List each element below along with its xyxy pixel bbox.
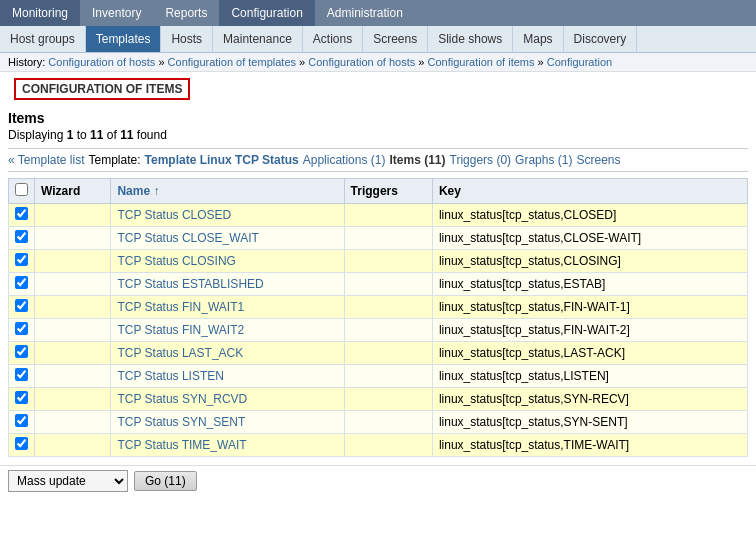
table-row: TCP Status CLOSEDlinux_status[tcp_status… bbox=[9, 204, 748, 227]
row-checkbox[interactable] bbox=[15, 345, 28, 358]
breadcrumb-link-3[interactable]: Configuration of hosts bbox=[308, 56, 415, 68]
go-button[interactable]: Go (11) bbox=[134, 471, 197, 491]
row-name: TCP Status TIME_WAIT bbox=[111, 434, 344, 457]
row-name: TCP Status CLOSE_WAIT bbox=[111, 227, 344, 250]
nav-hostgroups[interactable]: Host groups bbox=[0, 26, 86, 52]
triggers-link[interactable]: Triggers (0) bbox=[450, 153, 512, 167]
row-name: TCP Status SYN_SENT bbox=[111, 411, 344, 434]
table-row: TCP Status CLOSINGlinux_status[tcp_statu… bbox=[9, 250, 748, 273]
row-name-link[interactable]: TCP Status FIN_WAIT1 bbox=[117, 300, 244, 314]
nav-templates[interactable]: Templates bbox=[86, 26, 162, 52]
row-checkbox[interactable] bbox=[15, 391, 28, 404]
row-key: linux_status[tcp_status,CLOSED] bbox=[432, 204, 747, 227]
template-name-link[interactable]: Template Linux TCP Status bbox=[145, 153, 299, 167]
row-name-link[interactable]: TCP Status FIN_WAIT2 bbox=[117, 323, 244, 337]
row-name: TCP Status LISTEN bbox=[111, 365, 344, 388]
nav-configuration[interactable]: Configuration bbox=[219, 0, 314, 26]
row-checkbox[interactable] bbox=[15, 230, 28, 243]
row-name-link[interactable]: TCP Status ESTABLISHED bbox=[117, 277, 263, 291]
row-checkbox[interactable] bbox=[15, 437, 28, 450]
row-checkbox[interactable] bbox=[15, 299, 28, 312]
breadcrumb-link-2[interactable]: Configuration of templates bbox=[168, 56, 296, 68]
nav-screens[interactable]: Screens bbox=[363, 26, 428, 52]
row-name-link[interactable]: TCP Status TIME_WAIT bbox=[117, 438, 246, 452]
nav-actions[interactable]: Actions bbox=[303, 26, 363, 52]
nav-reports[interactable]: Reports bbox=[153, 0, 219, 26]
row-name: TCP Status ESTABLISHED bbox=[111, 273, 344, 296]
screens-link[interactable]: Screens bbox=[576, 153, 620, 167]
row-key: linux_status[tcp_status,CLOSE-WAIT] bbox=[432, 227, 747, 250]
row-name: TCP Status FIN_WAIT2 bbox=[111, 319, 344, 342]
nav-discovery[interactable]: Discovery bbox=[564, 26, 638, 52]
row-checkbox[interactable] bbox=[15, 207, 28, 220]
graphs-link[interactable]: Graphs (1) bbox=[515, 153, 572, 167]
th-name: Name ↑ bbox=[111, 179, 344, 204]
th-triggers: Triggers bbox=[344, 179, 432, 204]
row-key: linux_status[tcp_status,TIME-WAIT] bbox=[432, 434, 747, 457]
row-checkbox[interactable] bbox=[15, 276, 28, 289]
applications-link[interactable]: Applications (1) bbox=[303, 153, 386, 167]
breadcrumb-link-5[interactable]: Configuration bbox=[547, 56, 612, 68]
row-checkbox[interactable] bbox=[15, 253, 28, 266]
row-checkbox[interactable] bbox=[15, 414, 28, 427]
row-key: linux_status[tcp_status,CLOSING] bbox=[432, 250, 747, 273]
breadcrumb-link-1[interactable]: Configuration of hosts bbox=[48, 56, 155, 68]
row-triggers bbox=[344, 250, 432, 273]
nav-hosts[interactable]: Hosts bbox=[161, 26, 213, 52]
th-checkbox bbox=[9, 179, 35, 204]
th-name-sort[interactable]: Name ↑ bbox=[117, 184, 159, 198]
main-content: Items Displaying 1 to 11 of 11 found « T… bbox=[0, 106, 756, 461]
row-checkbox[interactable] bbox=[15, 368, 28, 381]
row-name-link[interactable]: TCP Status CLOSED bbox=[117, 208, 231, 222]
breadcrumb: History: Configuration of hosts » Config… bbox=[0, 53, 756, 72]
row-key: linux_status[tcp_status,LAST-ACK] bbox=[432, 342, 747, 365]
row-name-link[interactable]: TCP Status CLOSE_WAIT bbox=[117, 231, 258, 245]
template-navigation: « Template list Template: Template Linux… bbox=[8, 148, 748, 172]
second-navigation: Host groups Templates Hosts Maintenance … bbox=[0, 26, 756, 53]
row-key: linux_status[tcp_status,FIN-WAIT-1] bbox=[432, 296, 747, 319]
page-title: CONFIGURATION OF ITEMS bbox=[14, 78, 190, 100]
nav-administration[interactable]: Administration bbox=[315, 0, 415, 26]
top-navigation: Monitoring Inventory Reports Configurati… bbox=[0, 0, 756, 26]
row-wizard bbox=[35, 388, 111, 411]
row-key: linux_status[tcp_status,LISTEN] bbox=[432, 365, 747, 388]
row-name-link[interactable]: TCP Status LAST_ACK bbox=[117, 346, 243, 360]
row-name-link[interactable]: TCP Status SYN_RCVD bbox=[117, 392, 247, 406]
select-all-checkbox[interactable] bbox=[15, 183, 28, 196]
nav-inventory[interactable]: Inventory bbox=[80, 0, 153, 26]
row-wizard bbox=[35, 227, 111, 250]
row-wizard bbox=[35, 319, 111, 342]
table-row: TCP Status TIME_WAITlinux_status[tcp_sta… bbox=[9, 434, 748, 457]
row-wizard bbox=[35, 250, 111, 273]
row-wizard bbox=[35, 411, 111, 434]
row-key: linux_status[tcp_status,FIN-WAIT-2] bbox=[432, 319, 747, 342]
row-triggers bbox=[344, 434, 432, 457]
bottom-bar: Mass update Go (11) bbox=[0, 465, 756, 496]
section-count: Displaying 1 to 11 of 11 found bbox=[8, 128, 748, 142]
table-row: TCP Status SYN_SENTlinux_status[tcp_stat… bbox=[9, 411, 748, 434]
table-row: TCP Status LISTENlinux_status[tcp_status… bbox=[9, 365, 748, 388]
nav-slideshows[interactable]: Slide shows bbox=[428, 26, 513, 52]
row-triggers bbox=[344, 319, 432, 342]
row-checkbox[interactable] bbox=[15, 322, 28, 335]
row-wizard bbox=[35, 342, 111, 365]
row-triggers bbox=[344, 411, 432, 434]
row-name-link[interactable]: TCP Status LISTEN bbox=[117, 369, 223, 383]
breadcrumb-link-4[interactable]: Configuration of items bbox=[428, 56, 535, 68]
row-triggers bbox=[344, 227, 432, 250]
row-wizard bbox=[35, 296, 111, 319]
nav-maintenance[interactable]: Maintenance bbox=[213, 26, 303, 52]
row-triggers bbox=[344, 365, 432, 388]
row-name: TCP Status LAST_ACK bbox=[111, 342, 344, 365]
template-list-link[interactable]: « Template list bbox=[8, 153, 84, 167]
row-name-link[interactable]: TCP Status SYN_SENT bbox=[117, 415, 245, 429]
row-name-link[interactable]: TCP Status CLOSING bbox=[117, 254, 235, 268]
table-row: TCP Status CLOSE_WAITlinux_status[tcp_st… bbox=[9, 227, 748, 250]
nav-monitoring[interactable]: Monitoring bbox=[0, 0, 80, 26]
row-name: TCP Status SYN_RCVD bbox=[111, 388, 344, 411]
mass-update-select[interactable]: Mass update bbox=[8, 470, 128, 492]
nav-maps[interactable]: Maps bbox=[513, 26, 563, 52]
table-row: TCP Status SYN_RCVDlinux_status[tcp_stat… bbox=[9, 388, 748, 411]
row-key: linux_status[tcp_status,ESTAB] bbox=[432, 273, 747, 296]
row-key: linux_status[tcp_status,SYN-RECV] bbox=[432, 388, 747, 411]
